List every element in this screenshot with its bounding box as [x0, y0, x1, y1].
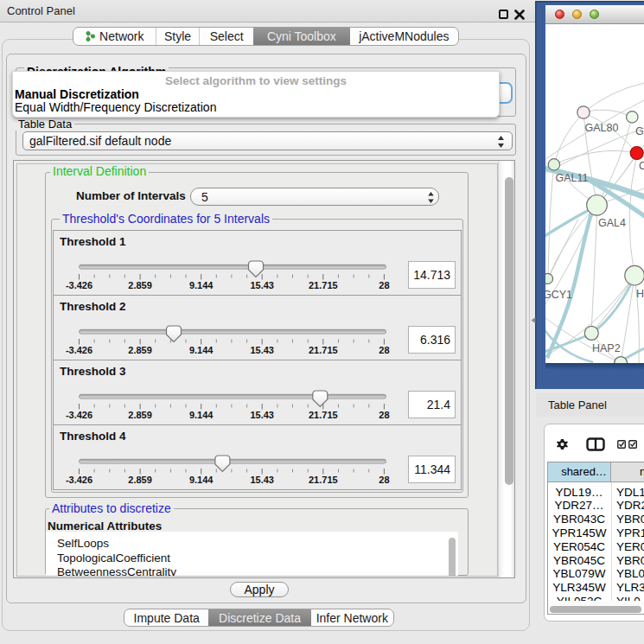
svg-text:C: C [639, 160, 644, 172]
svg-text:GAL11: GAL11 [556, 172, 589, 184]
svg-text:9.144: 9.144 [189, 345, 214, 355]
svg-text:2.859: 2.859 [128, 410, 152, 420]
svg-text:H: H [636, 288, 644, 300]
svg-text:9.144: 9.144 [189, 410, 214, 420]
svg-text:2.859: 2.859 [128, 280, 152, 290]
svg-text:2.859: 2.859 [128, 475, 152, 485]
svg-text:9.144: 9.144 [189, 475, 214, 485]
svg-text:2.859: 2.859 [128, 345, 152, 355]
svg-text:-3.426: -3.426 [66, 475, 92, 485]
svg-text:HAP2: HAP2 [592, 342, 621, 354]
svg-text:15.43: 15.43 [250, 345, 274, 355]
svg-text:28: 28 [379, 410, 389, 420]
svg-text:21.715: 21.715 [309, 345, 338, 355]
svg-text:GCY1: GCY1 [545, 289, 572, 301]
svg-text:GAL4: GAL4 [598, 217, 626, 229]
svg-text:15.43: 15.43 [250, 410, 274, 420]
svg-text:15.43: 15.43 [250, 280, 274, 290]
svg-text:GAL80: GAL80 [585, 122, 619, 134]
svg-text:28: 28 [379, 475, 389, 485]
svg-text:-3.426: -3.426 [66, 280, 92, 290]
svg-text:15.43: 15.43 [250, 475, 274, 485]
svg-text:-3.426: -3.426 [66, 345, 92, 355]
svg-text:9.144: 9.144 [189, 280, 214, 290]
svg-text:28: 28 [379, 345, 389, 355]
svg-text:21.715: 21.715 [309, 475, 338, 485]
svg-text:21.715: 21.715 [309, 410, 338, 420]
svg-text:-3.426: -3.426 [66, 410, 92, 420]
svg-text:GA: GA [635, 125, 644, 137]
svg-text:21.715: 21.715 [309, 280, 338, 290]
svg-text:28: 28 [379, 280, 389, 290]
